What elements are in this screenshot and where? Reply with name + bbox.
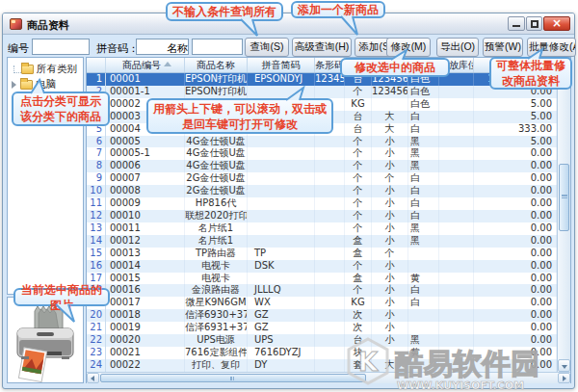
table-row[interactable]: 1300011名片纸1个小黑0.00 [87, 222, 557, 235]
tree-item-all-categories[interactable]: 所有类别 [8, 62, 83, 77]
table-row[interactable]: 10000082G金仕顿U盘个小白0.00 [87, 185, 557, 197]
product-code: 00016 [106, 284, 185, 297]
quantity: 0.00 [474, 185, 557, 197]
table-row[interactable]: 1500013TP路由器TP盒个0.00 [87, 248, 557, 260]
pinyin-code [248, 136, 315, 148]
close-icon: × [544, 17, 569, 30]
row-number: 21 [87, 322, 106, 334]
pinyin-code-header[interactable]: 拼音简码 [248, 58, 315, 72]
table-row[interactable]: 1200010联想2020打印机粉个小白0.00 [87, 210, 557, 222]
barcode [315, 309, 345, 322]
table-row[interactable]: 6000054G金仕顿U盘个小黑5.00 [87, 136, 557, 148]
storage [439, 273, 474, 285]
product-name: UPS电源 [185, 334, 248, 347]
table-row[interactable]: 1600014电视卡DSK个小0.00 [87, 260, 557, 273]
storage [439, 123, 474, 136]
code-input[interactable] [32, 39, 90, 55]
scroll-down-button[interactable] [558, 359, 570, 372]
callout-add-new: 添加一个新商品 [291, 1, 385, 18]
table-row[interactable]: 23000217616定影组件7616DYZJ块黄0.00 [87, 347, 557, 359]
color: 白 [408, 197, 439, 210]
unit: 个 [345, 86, 372, 98]
table-row[interactable]: 2400022打印、复印DY套大0.00 [87, 359, 557, 372]
pinyin-code: GZ [248, 322, 315, 334]
table-row[interactable]: 8000064G金仕顿U盘个小黑0.00 [87, 160, 557, 172]
spec: 小 [372, 160, 408, 172]
horizontal-scrollbar[interactable] [87, 372, 570, 383]
spec: 小 [372, 197, 408, 210]
table-row[interactable]: 1800016金浪路由器JLLLQ个小白0.00 [87, 284, 557, 297]
minimize-button[interactable] [508, 16, 525, 31]
close-button[interactable]: × [543, 16, 570, 31]
scroll-left-button[interactable] [87, 373, 99, 383]
maximize-icon [531, 20, 539, 28]
advanced-query-button[interactable]: 高级查询(H) [292, 38, 352, 57]
scroll-right-button[interactable] [558, 373, 570, 383]
color: 黑 [408, 334, 439, 347]
expand-arrow-icon[interactable] [12, 81, 16, 89]
pinyin-code [248, 222, 315, 235]
product-code: 00020 [106, 334, 185, 347]
header-label: 商品编号 [122, 60, 161, 70]
product-code: 00008 [106, 185, 185, 197]
product-name: EPSON打印机1 [185, 86, 248, 98]
unit: 盒 [345, 248, 372, 260]
spec: 小 [372, 297, 408, 309]
query-button[interactable]: 查询(S) [245, 38, 289, 57]
color [408, 309, 439, 322]
table-row[interactable]: 2100019信泽6931+370GZ次小0.00 [87, 322, 557, 334]
color: 白 [408, 210, 439, 222]
storage [439, 172, 474, 185]
table-row[interactable]: 1900017微星K9N6GMWXKG小白0.00 [87, 297, 557, 309]
barcode [315, 235, 345, 248]
quantity: 0.00 [474, 160, 557, 172]
name-input[interactable] [192, 39, 243, 55]
batch-modify-button[interactable]: 批量修改(A) [527, 38, 576, 57]
quantity: 5.00 [474, 98, 557, 111]
table-row[interactable]: 200001-1EPSON打印机1个12345678白色0.00 [87, 86, 557, 98]
product-code-header[interactable]: 商品编号 [106, 58, 185, 72]
arrow-down-icon [562, 365, 567, 369]
quantity: 0.00 [474, 297, 557, 309]
product-name-header[interactable]: 商品名称 [185, 58, 248, 72]
table-row[interactable]: 9000072G金仕顿U盘个个白0.00 [87, 172, 557, 185]
product-code: 00019 [106, 322, 185, 334]
callout-scroll-tip: 用箭头上下键，可以滚动，双击或是回车键可打开可修改 [146, 98, 333, 134]
product-code: 00005 [106, 136, 185, 148]
spec: 小 [372, 273, 408, 285]
vertical-scroll-thumb[interactable] [559, 164, 569, 231]
folder-icon [21, 65, 34, 74]
pinyin-code: 7616DYZJ [248, 347, 315, 359]
horizontal-scroll-thumb[interactable] [100, 374, 366, 382]
product-code: 00011 [106, 222, 185, 235]
table-row[interactable]: 2200020UPS电源UPS台小黑0.00 [87, 334, 557, 347]
pinyin-code [248, 86, 315, 98]
table-row[interactable]: 1400012名片纸1盒小黑0.00 [87, 235, 557, 248]
row-number: 13 [87, 222, 106, 235]
alert-button[interactable]: 预警(W) [483, 38, 523, 57]
table-row[interactable]: 700005-14G金仕顿U盘个小黑0.00 [87, 147, 557, 160]
arrow-right-icon [563, 376, 566, 381]
table-row[interactable]: 1700015电视卡盒小黄0.00 [87, 273, 557, 285]
pinyin-code [248, 160, 315, 172]
table-row[interactable]: 1100009HP816代个小白0.00 [87, 197, 557, 210]
storage [439, 86, 474, 98]
product-name: 4G金仕顿U盘 [185, 160, 248, 172]
maximize-button[interactable] [526, 16, 542, 31]
barcode [315, 136, 345, 148]
table-row[interactable]: 100001EPSON打印机1EPSONDYJ123456台12345678白色… [87, 73, 557, 86]
unit: 台 [345, 334, 372, 347]
thumb-grip [230, 377, 234, 380]
color: 黄 [408, 273, 439, 285]
storage [439, 248, 474, 260]
arrow-left-icon [91, 376, 94, 381]
minimize-icon [512, 25, 520, 27]
modify-button[interactable]: 修改(M) [386, 38, 431, 57]
tree-item-computer[interactable]: 电脑 [8, 77, 83, 92]
vertical-scrollbar[interactable] [557, 58, 570, 372]
table-row[interactable]: 2000018信泽6930+370GZ次小0.00 [87, 309, 557, 322]
storage [439, 136, 474, 148]
product-code: 00014 [106, 260, 185, 273]
export-button[interactable]: 导出(O) [436, 38, 479, 57]
spec: 个 [372, 172, 408, 185]
